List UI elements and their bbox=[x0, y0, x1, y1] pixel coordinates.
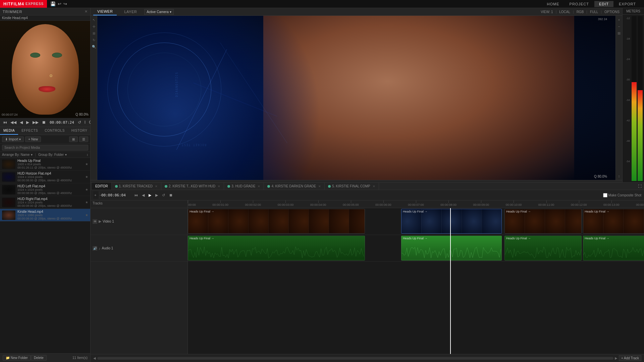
tl-next-frame-btn[interactable]: ▶ bbox=[154, 193, 159, 198]
nav-btn-export[interactable]: EXPORT bbox=[614, 1, 641, 7]
playhead[interactable] bbox=[450, 208, 451, 354]
tab-kirstie-hud[interactable]: 2. KIRSTIE T...KED WITH HUD ✕ bbox=[161, 183, 224, 190]
new-media-btn[interactable]: + New bbox=[25, 136, 41, 142]
tab-kirstie-tracked[interactable]: 1. KIRSTIE TRACKED ✕ bbox=[112, 183, 161, 190]
media-footer: 📁 New Folder Delete 11 Item(s) bbox=[0, 353, 90, 362]
viewer-tool-2[interactable]: − bbox=[616, 24, 622, 29]
tab-close-5[interactable]: ✕ bbox=[373, 185, 375, 188]
tl-play-btn[interactable]: ▶ bbox=[148, 193, 152, 198]
viewer-move-tool[interactable]: ✛ bbox=[91, 24, 97, 29]
media-search-input[interactable] bbox=[2, 145, 88, 150]
add-track-btn[interactable]: + Add Track bbox=[619, 355, 641, 361]
track-visibility-btn[interactable]: 👁 bbox=[93, 219, 97, 224]
ruler-label-9: 00:00:09:00 bbox=[473, 203, 489, 206]
viewer-tool-4[interactable]: ↕ bbox=[616, 173, 622, 179]
tl-stop-btn[interactable]: ⏹ bbox=[168, 193, 174, 197]
grid-view-btn[interactable]: ⊞ bbox=[69, 136, 78, 142]
composite-shot-checkbox[interactable]: Make Composite Shot bbox=[603, 193, 641, 197]
local-option[interactable]: LOCAL bbox=[559, 10, 570, 14]
tab-expand-btn[interactable]: ⛶ bbox=[637, 184, 643, 189]
view-option[interactable]: VIEW: 1 bbox=[541, 10, 553, 14]
timeline-scroll-left-btn[interactable]: ◀ bbox=[93, 356, 96, 360]
full-option[interactable]: FULL bbox=[590, 10, 598, 14]
video-clip-1[interactable]: Heads Up Final → bbox=[401, 209, 502, 234]
undo-icon[interactable]: ↩ bbox=[58, 1, 61, 6]
redo-icon[interactable]: ↪ bbox=[63, 1, 67, 6]
viewer-arrow-tool[interactable]: ↖ bbox=[91, 17, 97, 22]
tab-history[interactable]: HISTORY bbox=[68, 127, 91, 135]
nav-btn-edit[interactable]: EDIT bbox=[594, 1, 613, 7]
trim-rewind-btn[interactable]: ⏮ bbox=[2, 119, 8, 125]
save-icon[interactable]: 💾 bbox=[50, 1, 56, 6]
viewer-tab-layer[interactable]: LAYER bbox=[120, 8, 141, 15]
list-view-btn[interactable]: ☰ bbox=[79, 136, 88, 142]
rgb-option[interactable]: RGB bbox=[577, 10, 584, 14]
viewer-rotate-tool[interactable]: ↻ bbox=[91, 37, 97, 43]
audio-clip-3[interactable]: Heads Up Final → bbox=[583, 236, 644, 260]
tab-close-2[interactable]: ✕ bbox=[218, 185, 220, 188]
trimmer-header: TRIMMER ✕ bbox=[0, 8, 90, 15]
trim-in-btn[interactable]: I bbox=[84, 119, 87, 125]
video-clip-3[interactable]: Heads Up Final → bbox=[583, 209, 644, 234]
viewer-tool-1[interactable]: + bbox=[616, 17, 622, 22]
trim-stop-btn[interactable]: ⏹ bbox=[41, 119, 47, 125]
camera-dropdown[interactable]: Active Camera ▾ bbox=[144, 9, 174, 15]
tl-add-track-btn[interactable]: + bbox=[93, 193, 97, 197]
media-item-2[interactable]: HUD Left Flat.mp41024 x 1024 pixels00:00… bbox=[0, 183, 90, 196]
viewer-tab-viewer[interactable]: VIEWER bbox=[93, 8, 117, 15]
timeline-ruler[interactable]: 00:00:00:0000:00:01:0000:00:02:0000:00:0… bbox=[188, 200, 644, 208]
tab-final-comp[interactable]: 5. KIRSTIE FINAL COMP ✕ bbox=[325, 183, 379, 190]
group-icon[interactable]: ▾ bbox=[65, 153, 67, 157]
trimmer-close-icon[interactable]: ✕ bbox=[85, 9, 88, 14]
track-mute-btn[interactable]: 🔊 bbox=[93, 246, 97, 251]
meter-label-6: -48 bbox=[624, 139, 631, 160]
tab-close-3[interactable]: ✕ bbox=[258, 185, 260, 188]
trim-step-back-btn[interactable]: ◀ bbox=[19, 119, 24, 125]
delete-btn[interactable]: Delete bbox=[31, 355, 47, 361]
composite-shot-input[interactable] bbox=[603, 193, 607, 197]
media-item-4[interactable]: Kirstle Head.mp41920 x 1080 pixels00:00:… bbox=[0, 209, 90, 222]
trimmer-title: TRIMMER bbox=[3, 10, 22, 14]
trim-step-fwd-btn[interactable]: ▶▶ bbox=[32, 119, 40, 125]
viewer-zoom-tool[interactable]: 🔍 bbox=[91, 44, 97, 49]
upper-section: VIEWER LAYER Active Camera ▾ VIEW: 1 | L… bbox=[91, 8, 644, 182]
tab-hud-grade[interactable]: 3. HUD GRADE ✕ bbox=[224, 183, 264, 190]
trim-prev-frame-btn[interactable]: ◀◀ bbox=[9, 119, 17, 125]
tab-darken-grade[interactable]: 4. KIRSTIE DARKEN GRADE ✕ bbox=[264, 183, 325, 190]
tab-controls[interactable]: CONTROLS bbox=[41, 127, 68, 135]
media-star-2[interactable]: ★ bbox=[85, 188, 88, 191]
timeline-scrollbar[interactable] bbox=[97, 357, 613, 360]
media-item-3[interactable]: HUD Right Flat.mp41024 x 1024 pixels00:0… bbox=[0, 196, 90, 209]
media-star-1[interactable]: ★ bbox=[85, 175, 88, 179]
viewer-scale-tool[interactable]: ⊞ bbox=[91, 31, 97, 36]
media-star-3[interactable]: ★ bbox=[85, 200, 88, 204]
tl-rewind-btn[interactable]: ⏮ bbox=[133, 193, 139, 197]
video-clip-0[interactable]: Heads Up Final → bbox=[188, 209, 365, 234]
viewer-tool-3[interactable]: ⊞ bbox=[616, 31, 622, 36]
tab-editor[interactable]: EDITOR bbox=[92, 183, 112, 190]
tab-close-4[interactable]: ✕ bbox=[318, 185, 321, 188]
sort-icon[interactable]: ↕ bbox=[87, 153, 88, 157]
trim-loop-btn[interactable]: ↺ bbox=[77, 119, 82, 125]
new-folder-btn[interactable]: 📁 New Folder bbox=[3, 355, 31, 361]
media-item-0[interactable]: Heads Up Final1920 x 814 pixels00:01:26:… bbox=[0, 158, 90, 171]
tab-media[interactable]: MEDIA bbox=[0, 127, 18, 135]
arrange-icon[interactable]: ▾ bbox=[31, 153, 33, 157]
audio-clip-2[interactable]: Heads Up Final → bbox=[504, 236, 582, 260]
audio-clip-1[interactable]: Heads Up Final → bbox=[401, 236, 502, 260]
video-clip-2[interactable]: Heads Up Final → bbox=[504, 209, 582, 234]
media-star-0[interactable]: ★ bbox=[85, 162, 88, 166]
nav-btn-project[interactable]: PROJECT bbox=[565, 1, 594, 7]
options-option[interactable]: OPTIONS bbox=[604, 10, 620, 14]
trim-play-btn[interactable]: ▶ bbox=[25, 119, 30, 125]
timeline-scroll-right-btn[interactable]: ▶ bbox=[615, 356, 618, 360]
tab-effects[interactable]: EFFECTS bbox=[18, 127, 41, 135]
audio-clip-0[interactable]: Heads Up Final → bbox=[188, 236, 365, 260]
import-btn[interactable]: ⬇ Import ▾ bbox=[2, 136, 24, 142]
tl-prev-frame-btn[interactable]: ◀ bbox=[141, 193, 146, 198]
nav-btn-home[interactable]: HOME bbox=[542, 1, 564, 7]
tl-loop-btn[interactable]: ↺ bbox=[161, 193, 166, 198]
media-star-4[interactable]: ★ bbox=[85, 213, 88, 217]
tab-close-1[interactable]: ✕ bbox=[155, 185, 158, 188]
media-item-1[interactable]: HUD Horizon Flat.mp41024 x 1024 pixels00… bbox=[0, 171, 90, 183]
